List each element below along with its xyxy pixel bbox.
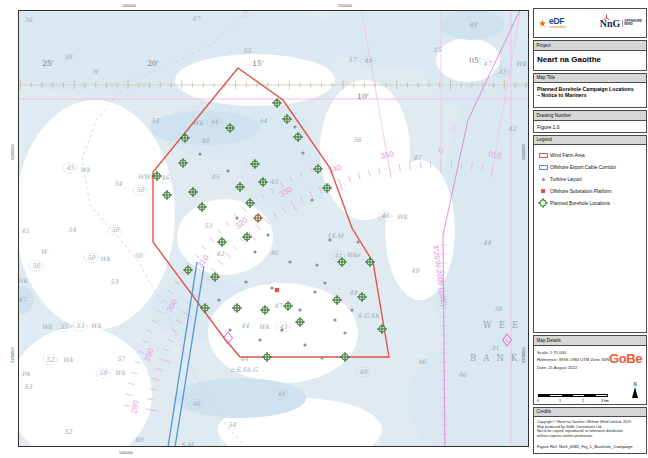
map-content: 28029030031032033034035000103°25'W-2009 … (0, 0, 568, 458)
svg-text:05': 05' (469, 56, 481, 65)
svg-text:50: 50 (134, 252, 143, 259)
turbine-dot (198, 152, 201, 155)
turbine-dot (356, 240, 359, 243)
turbine-dot (303, 343, 306, 346)
turbine-dot (293, 125, 296, 128)
turbine-dot (235, 216, 238, 219)
turbine-dot (258, 338, 261, 341)
svg-text:BANK: BANK (470, 353, 524, 363)
legend-header: Legend (533, 135, 647, 145)
svg-text:56: 56 (353, 136, 362, 143)
turbine-dot (315, 263, 318, 266)
svg-text:Wk: Wk (516, 60, 527, 67)
substation-marker (275, 288, 279, 292)
svg-text:49: 49 (411, 267, 420, 274)
info-panel: eDF renewables NnG OFFSHORE WIND Project… (533, 8, 647, 456)
svg-text:53: 53 (24, 383, 33, 390)
svg-text:59: 59 (99, 369, 108, 376)
svg-text:48: 48 (364, 57, 373, 64)
svg-text:S.M: S.M (181, 441, 195, 448)
legend-item-wind-farm: Wind Farm Area (536, 149, 644, 161)
svg-text:47: 47 (192, 15, 201, 22)
svg-text:44: 44 (483, 239, 492, 246)
turbine-dot (310, 198, 313, 201)
svg-text:55: 55 (243, 47, 252, 54)
project-header: Project (533, 40, 647, 50)
svg-text:45: 45 (211, 173, 220, 180)
cable-corridor-symbol (536, 165, 550, 170)
svg-text:54: 54 (68, 226, 77, 233)
turbine-dot (298, 308, 301, 311)
turbine-dot (280, 328, 283, 331)
scale-bar (538, 394, 608, 398)
wind-turbine-icon (603, 14, 610, 20)
turbine-symbol (536, 178, 550, 181)
logo-box: eDF renewables NnG OFFSHORE WIND (533, 8, 647, 38)
nng-logo: NnG OFFSHORE WIND (600, 18, 642, 29)
svg-text:46: 46 (161, 174, 170, 181)
legend-item-turbine: Turbine Layout (536, 173, 644, 185)
nng-offshore-wind-label: OFFSHORE WIND (622, 20, 642, 27)
edf-renewables-label: renewables (549, 26, 566, 29)
svg-text:6240000: 6240000 (521, 143, 526, 159)
legend: Wind Farm Area Offshore Export Cable Cor… (533, 144, 647, 333)
svg-text:50: 50 (87, 254, 96, 261)
svg-text:57: 57 (348, 56, 357, 63)
turbine-dot (301, 151, 304, 154)
figure-ref: Figure Ref: NnG_0682_Fig_1_Borehole_Camp… (537, 444, 643, 450)
turbine-dot (323, 281, 326, 284)
map-title-line1: Planned Borehole Campaign Locations (537, 86, 643, 92)
svg-text:Wks: Wks (346, 251, 360, 258)
borehole-symbol (536, 198, 550, 208)
svg-text:Wk: Wk (100, 255, 111, 262)
svg-text:42: 42 (508, 125, 517, 132)
turbine-dot (343, 331, 346, 334)
svg-text:Wk: Wk (63, 356, 74, 363)
north-arrow: N (632, 382, 638, 398)
svg-text:15: 15 (433, 46, 442, 53)
svg-text:20': 20' (147, 59, 159, 68)
turbine-dot (217, 298, 220, 301)
credits-header: Credits (533, 407, 647, 417)
svg-text:Wk: Wk (42, 323, 53, 330)
svg-text:50: 50 (32, 262, 41, 269)
svg-text:31: 31 (491, 344, 499, 351)
svg-text:+ PA: + PA (14, 370, 30, 377)
turbine-dot (320, 356, 323, 359)
svg-text:42: 42 (216, 250, 225, 257)
edf-flame-icon (538, 19, 547, 28)
svg-text:53: 53 (204, 222, 213, 229)
svg-text:Wk: Wk (115, 369, 126, 376)
map-title-line2: – Notice to Mariners (537, 92, 643, 98)
wind-farm-area-symbol (536, 153, 550, 158)
map-details-header: Map Details (533, 335, 647, 345)
turbine-dot (270, 286, 273, 289)
svg-text:47: 47 (413, 154, 422, 161)
svg-text:52: 52 (46, 356, 55, 363)
svg-text:44: 44 (240, 355, 249, 362)
map-details: Scale: 1:75,000 Reference: WGS 1984 UTM … (533, 345, 647, 405)
svg-text:54: 54 (228, 421, 237, 428)
svg-text:36: 36 (24, 16, 33, 23)
svg-text:25': 25' (42, 59, 54, 68)
turbine-dot (350, 308, 353, 311)
svg-text:46: 46 (381, 212, 390, 219)
svg-text:54: 54 (114, 180, 123, 187)
turbine-dot (253, 250, 256, 253)
credits: Copyright © Neart na Gaoithe Offshore Wi… (533, 416, 647, 454)
svg-text:S G.Sh: S G.Sh (357, 312, 379, 319)
svg-text:46: 46 (418, 358, 427, 365)
turbine-dot (226, 169, 229, 172)
svg-text:47: 47 (18, 296, 27, 303)
svg-text:Wk: Wk (259, 323, 270, 330)
turbine-dot (313, 290, 316, 293)
turbine-dot (333, 318, 336, 321)
svg-text:48: 48 (277, 390, 286, 397)
svg-text:50: 50 (111, 226, 120, 233)
svg-text:L: L (505, 337, 508, 343)
svg-text:41: 41 (334, 252, 342, 259)
turbine-dot (328, 238, 331, 241)
svg-text:47: 47 (274, 302, 283, 309)
svg-text:49: 49 (469, 21, 478, 28)
svg-text:38: 38 (494, 305, 503, 312)
